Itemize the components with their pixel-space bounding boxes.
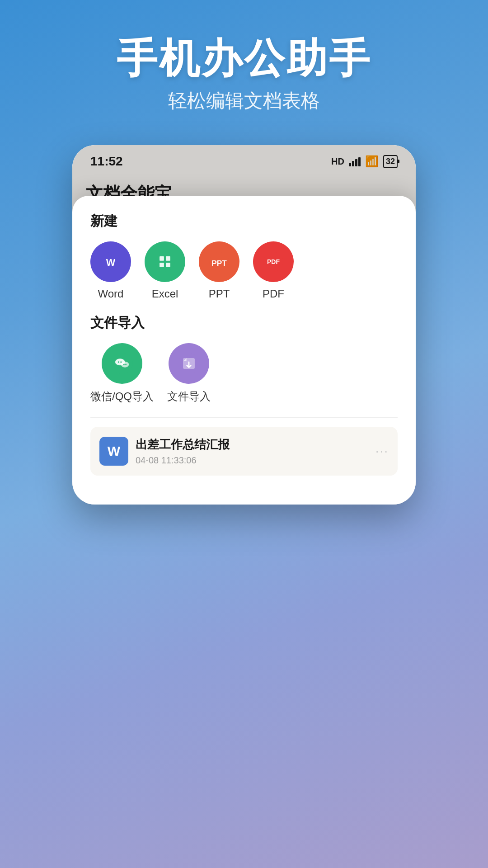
file-import-icon xyxy=(169,343,209,384)
popup-new-items: W Word xyxy=(90,241,398,300)
app-header: 手机办公助手 轻松编辑文档表格 xyxy=(0,0,488,132)
svg-text:W: W xyxy=(106,257,116,268)
file-import-label: 文件导入 xyxy=(167,389,211,404)
popup-new-section: 新建 W Word xyxy=(90,212,398,300)
svg-point-39 xyxy=(120,361,122,363)
popup-panel: 新建 W Word xyxy=(72,196,416,505)
doc-icon-behind: W xyxy=(99,437,128,466)
svg-point-41 xyxy=(123,364,125,365)
popup-import-title: 文件导入 xyxy=(90,314,398,332)
popup-excel[interactable]: Excel xyxy=(145,241,185,300)
svg-text:PPT: PPT xyxy=(211,259,227,268)
svg-rect-28 xyxy=(160,256,164,261)
app-title: 手机办公助手 xyxy=(27,36,461,81)
pdf-label: PDF xyxy=(263,288,284,300)
doc-more-behind[interactable]: ··· xyxy=(375,444,389,458)
svg-rect-30 xyxy=(160,263,164,267)
excel-icon xyxy=(145,241,185,282)
svg-point-40 xyxy=(121,362,129,368)
popup-ppt[interactable]: PPT PPT xyxy=(199,241,239,300)
popup-pdf[interactable]: PDF PDF xyxy=(253,241,294,300)
popup-import-items: 微信/QQ导入 文件导入 xyxy=(90,343,398,404)
doc-name-behind: 出差工作总结汇报 xyxy=(136,437,368,453)
doc-item-behind[interactable]: W 出差工作总结汇报 04-08 11:33:06 ··· xyxy=(90,427,398,476)
popup-word[interactable]: W Word xyxy=(90,241,131,300)
popup-wechat[interactable]: 微信/QQ导入 xyxy=(90,343,154,404)
popup-new-title: 新建 xyxy=(90,212,398,231)
svg-rect-31 xyxy=(166,263,170,267)
app-subtitle: 轻松编辑文档表格 xyxy=(27,88,461,113)
word-label: Word xyxy=(98,288,124,300)
ppt-label: PPT xyxy=(209,288,230,300)
wechat-label: 微信/QQ导入 xyxy=(90,389,154,404)
behind-doc: W 出差工作总结汇报 04-08 11:33:06 ··· xyxy=(90,417,398,476)
ppt-icon: PPT xyxy=(199,241,239,282)
doc-date-behind: 04-08 11:33:06 xyxy=(136,455,368,466)
svg-rect-27 xyxy=(155,252,174,271)
phone-mockup: 11:52 HD 📶 32 文档全能宝 xyxy=(72,145,416,505)
word-icon: W xyxy=(90,241,131,282)
svg-text:PDF: PDF xyxy=(267,258,280,265)
svg-point-42 xyxy=(125,364,127,365)
popup-file-import[interactable]: 文件导入 xyxy=(167,343,211,404)
svg-point-38 xyxy=(118,361,119,363)
doc-info-behind: 出差工作总结汇报 04-08 11:33:06 xyxy=(136,437,368,466)
popup-import-section: 文件导入 微信/QQ导入 xyxy=(90,314,398,404)
svg-rect-29 xyxy=(166,256,170,261)
excel-label: Excel xyxy=(152,288,178,300)
pdf-icon: PDF xyxy=(253,241,294,282)
wechat-icon xyxy=(102,343,142,384)
